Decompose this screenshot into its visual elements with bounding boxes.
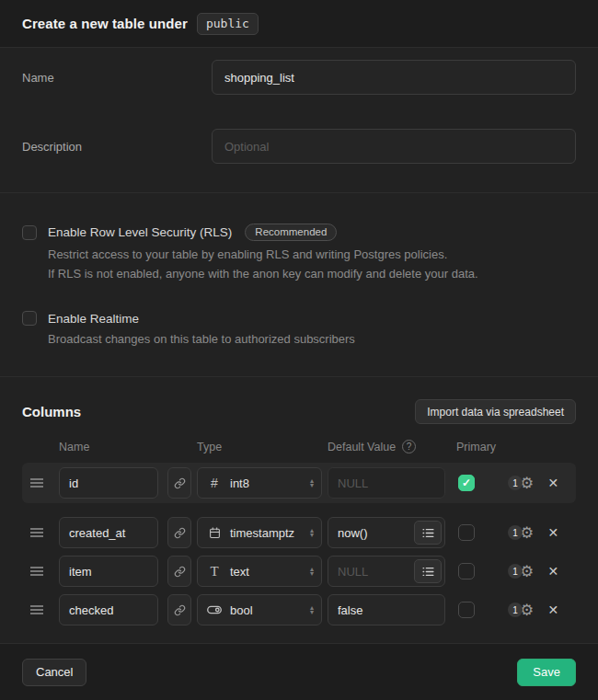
column-name-input[interactable]: [59, 467, 158, 499]
column-header-default-label: Default Value: [328, 441, 396, 453]
column-name-input[interactable]: [59, 556, 158, 587]
dialog-header: Create a new table under public: [0, 0, 598, 48]
column-row-id: # int8 ▴▾ ✓ 1 ⚙ ✕: [22, 463, 576, 503]
rls-label: Enable Row Level Security (RLS): [48, 225, 232, 239]
chevron-updown-icon: ▴▾: [310, 528, 314, 537]
settings-count-badge: 1: [508, 564, 523, 579]
rls-description-line1: Restrict access to your table by enablin…: [48, 245, 576, 264]
table-options-section: Enable Row Level Security (RLS) Recommen…: [0, 193, 598, 377]
rls-checkbox[interactable]: [22, 225, 37, 240]
column-header-type: Type: [197, 441, 328, 453]
remove-column-icon[interactable]: ✕: [546, 602, 560, 617]
columns-head: Columns Import data via spreadsheet: [22, 399, 576, 424]
realtime-checkbox[interactable]: [22, 311, 37, 326]
columns-table-header: Name Type Default Value ? Primary: [22, 440, 576, 453]
settings-count-badge: 1: [508, 525, 523, 540]
default-suggestions-icon[interactable]: [414, 559, 442, 583]
column-rows: # int8 ▴▾ ✓ 1 ⚙ ✕: [22, 463, 576, 628]
column-header-default: Default Value ?: [328, 440, 456, 453]
description-field-row: Description: [22, 129, 576, 164]
column-type-select[interactable]: bool ▴▾: [197, 594, 322, 625]
table-name-input[interactable]: [212, 60, 576, 95]
rls-description: Restrict access to your table by enablin…: [48, 245, 576, 283]
primary-key-checkbox[interactable]: ✓: [458, 602, 475, 618]
column-name-input[interactable]: [59, 594, 158, 625]
rls-description-line2: If RLS is not enabled, anyone with the a…: [48, 264, 576, 283]
realtime-description: Broadcast changes on this table to autho…: [48, 329, 576, 349]
chevron-updown-icon: ▴▾: [310, 605, 314, 614]
dialog-title: Create a new table under: [22, 16, 188, 31]
default-value-input[interactable]: [328, 594, 445, 625]
name-field-row: Name: [22, 60, 576, 95]
name-label: Name: [22, 60, 212, 95]
rls-toggle-group: Enable Row Level Security (RLS) Recommen…: [22, 224, 576, 283]
column-type-value: timestamptz: [230, 526, 302, 540]
table-description-input[interactable]: [212, 129, 576, 164]
default-value-wrap: [328, 517, 445, 548]
realtime-toggle-head: Enable Realtime: [22, 311, 576, 326]
column-row-created-at: timestamptz ▴▾ ✓ 1 ⚙ ✕: [22, 514, 576, 551]
create-table-dialog: Create a new table under public Name Des…: [0, 0, 598, 700]
primary-key-checkbox[interactable]: ✓: [458, 475, 475, 491]
foreign-key-link-icon[interactable]: [167, 556, 191, 587]
column-type-select[interactable]: timestamptz ▴▾: [197, 517, 322, 548]
table-form-section: Name Description: [0, 48, 598, 193]
foreign-key-link-icon[interactable]: [167, 594, 191, 625]
remove-column-icon[interactable]: ✕: [546, 564, 560, 579]
dialog-footer: Cancel Save: [0, 644, 598, 700]
toggle-icon: [207, 605, 222, 614]
column-settings-button[interactable]: 1 ⚙: [508, 564, 534, 580]
settings-count-badge: 1: [508, 476, 523, 490]
column-row-item: T text ▴▾ ✓ 1 ⚙ ✕: [22, 553, 576, 590]
default-value-input: [328, 467, 445, 499]
chevron-updown-icon: ▴▾: [310, 478, 314, 488]
cancel-button[interactable]: Cancel: [22, 659, 86, 686]
schema-badge: public: [197, 13, 259, 35]
remove-column-icon[interactable]: ✕: [546, 525, 560, 540]
settings-count-badge: 1: [508, 602, 523, 617]
column-type-value: text: [230, 565, 302, 579]
primary-key-checkbox[interactable]: ✓: [458, 563, 475, 580]
default-value-wrap: [328, 467, 445, 499]
calendar-icon: [207, 526, 222, 539]
column-settings-button[interactable]: 1 ⚙: [508, 476, 534, 491]
primary-key-checkbox[interactable]: ✓: [458, 524, 475, 541]
column-settings-button[interactable]: 1 ⚙: [508, 602, 534, 618]
realtime-label: Enable Realtime: [48, 312, 139, 326]
hash-icon: #: [207, 476, 222, 490]
import-spreadsheet-button[interactable]: Import data via spreadsheet: [415, 399, 576, 424]
column-type-select[interactable]: T text ▴▾: [197, 556, 322, 587]
text-icon: T: [207, 564, 222, 580]
columns-section: Columns Import data via spreadsheet Name…: [0, 377, 598, 644]
drag-handle-icon[interactable]: [28, 477, 46, 488]
column-header-name: Name: [59, 441, 197, 453]
default-suggestions-icon[interactable]: [414, 521, 442, 545]
drag-handle-icon[interactable]: [28, 566, 46, 577]
drag-handle-icon[interactable]: [28, 604, 46, 615]
default-value-wrap: [328, 556, 445, 587]
chevron-updown-icon: ▴▾: [310, 567, 314, 576]
save-button[interactable]: Save: [517, 659, 576, 686]
default-value-wrap: [328, 594, 445, 625]
column-header-primary: Primary: [456, 441, 496, 453]
description-label: Description: [22, 129, 212, 164]
column-type-select[interactable]: # int8 ▴▾: [197, 467, 322, 499]
foreign-key-link-icon[interactable]: [167, 467, 191, 499]
drag-handle-icon[interactable]: [28, 527, 46, 538]
help-icon[interactable]: ?: [402, 440, 416, 453]
rls-toggle-head: Enable Row Level Security (RLS) Recommen…: [22, 224, 576, 241]
columns-title: Columns: [22, 404, 81, 419]
column-name-input[interactable]: [59, 517, 158, 548]
foreign-key-link-icon[interactable]: [167, 517, 191, 548]
realtime-toggle-group: Enable Realtime Broadcast changes on thi…: [22, 311, 576, 349]
column-settings-button[interactable]: 1 ⚙: [508, 525, 534, 541]
recommended-badge: Recommended: [245, 224, 337, 241]
column-row-checked: bool ▴▾ ✓ 1 ⚙ ✕: [22, 591, 576, 628]
remove-column-icon[interactable]: ✕: [546, 476, 560, 490]
column-type-value: bool: [230, 603, 302, 617]
column-type-value: int8: [230, 476, 302, 490]
